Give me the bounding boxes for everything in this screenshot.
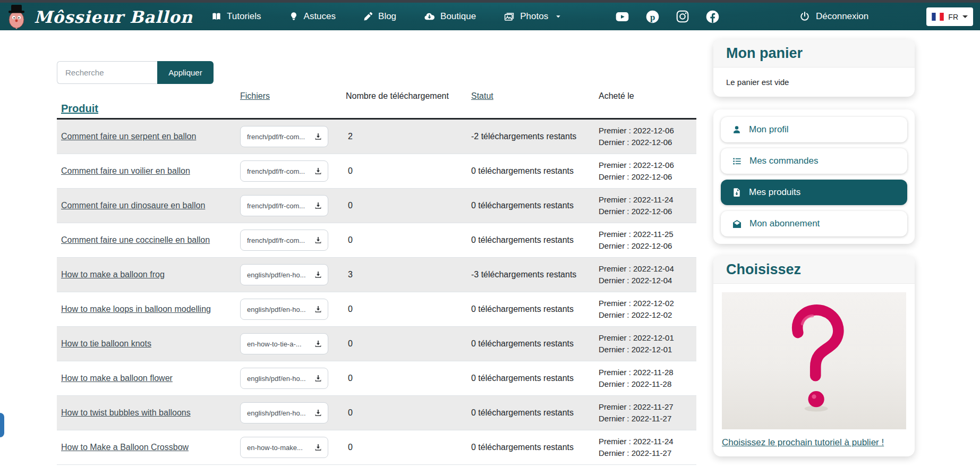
product-link[interactable]: Comment faire un serpent en ballon [61, 132, 196, 141]
file-select[interactable]: french/pdf/fr-com... [240, 195, 328, 216]
menu-item-mes-commandes[interactable]: Mes commandes [721, 148, 907, 174]
last-purchase-date: Dernier : 2022-12-02 [599, 309, 696, 321]
social-link-instagram[interactable] [676, 10, 689, 23]
envelope-icon [732, 219, 742, 229]
product-link[interactable]: How to make loops in balloon modelling [61, 304, 211, 314]
last-purchase-date: Dernier : 2022-12-06 [599, 240, 696, 252]
menu-item-mon-profil[interactable]: Mon profil [721, 117, 907, 142]
brand-name: Môssieur Ballon [34, 7, 193, 27]
file-select[interactable]: english/pdf/en-ho... [240, 402, 328, 423]
social-link-youtube[interactable] [615, 10, 629, 24]
product-link[interactable]: Comment faire une coccinelle en ballon [61, 235, 210, 244]
file-select[interactable]: french/pdf/fr-com... [240, 126, 328, 147]
table-row: How to make loops in balloon modelling e… [57, 292, 696, 327]
social-link-pinterest[interactable]: p [645, 10, 660, 24]
download-icon[interactable] [314, 167, 322, 175]
file-select[interactable]: english/pdf/en-ho... [240, 368, 328, 389]
download-icon[interactable] [314, 374, 322, 383]
first-purchase-date: Premier : 2022-12-01 [599, 332, 696, 344]
menu-item-mes-produits[interactable]: Mes produits [721, 180, 907, 205]
status-text: 0 téléchargements restants [471, 201, 599, 210]
question-balloon-image[interactable] [722, 292, 906, 429]
product-link[interactable]: Comment faire un dinosaure en ballon [61, 201, 205, 210]
language-selector[interactable]: FR [926, 7, 973, 26]
status-text: 0 téléchargements restants [471, 408, 599, 418]
download-count: 0 [346, 374, 471, 383]
file-select[interactable]: en-how-to-make... [240, 437, 328, 458]
nav-link-boutique[interactable]: Boutique [424, 11, 476, 22]
file-select[interactable]: french/pdf/fr-com... [240, 160, 328, 182]
status-text: 0 téléchargements restants [471, 443, 599, 452]
table-row: How to twist bubbles with balloons engli… [57, 396, 696, 430]
nav-link-blog[interactable]: Blog [363, 11, 396, 22]
file-select[interactable]: french/pdf/fr-com... [240, 230, 328, 251]
download-icon[interactable] [314, 443, 322, 452]
column-header-statut[interactable]: Statut [471, 89, 599, 101]
cart-empty-text: Le panier est vide [713, 67, 915, 97]
nav-link-tutoriels[interactable]: Tutoriels [211, 11, 261, 22]
french-flag-icon [932, 13, 944, 21]
cart-card: Mon panier Le panier est vide [713, 39, 915, 97]
choose-card: Choisissez Choisissez le prochain tutori… [713, 256, 915, 456]
column-header-produit[interactable]: Produit [57, 103, 240, 118]
purchase-dates: Premier : 2022-12-02 Dernier : 2022-12-0… [599, 298, 696, 321]
download-icon[interactable] [314, 409, 322, 417]
file-select[interactable]: en-how-to-tie-a-... [240, 333, 328, 354]
facebook-icon [705, 10, 720, 24]
table-header-row: Produit Fichiers Nombre de téléchargemen… [57, 89, 696, 118]
status-text: -3 téléchargements restants [471, 270, 599, 279]
product-link[interactable]: How to tie balloon knots [61, 339, 151, 348]
cloud-download-icon [424, 11, 435, 22]
table-row: How to tie balloon knots en-how-to-tie-a… [57, 327, 696, 361]
first-purchase-date: Premier : 2022-12-06 [599, 159, 696, 171]
download-count: 0 [346, 339, 471, 349]
nav-link-astuces[interactable]: Astuces [289, 11, 336, 22]
choose-next-tutorial-link[interactable]: Choisissez le prochain tutoriel à publie… [722, 437, 884, 448]
status-text: 0 téléchargements restants [471, 166, 599, 176]
menu-item-mon-abonnement[interactable]: Mon abonnement [721, 211, 907, 236]
product-link[interactable]: How to make a balloon frog [61, 270, 165, 279]
first-purchase-date: Premier : 2022-12-04 [599, 263, 696, 275]
apply-button[interactable]: Appliquer [157, 61, 214, 84]
sidebar: Mon panier Le panier est vide Mon profil… [713, 39, 915, 456]
brand-home-link[interactable]: Môssieur Ballon [5, 4, 193, 29]
last-purchase-date: Dernier : 2022-12-06 [599, 171, 696, 183]
purchase-dates: Premier : 2022-11-25 Dernier : 2022-12-0… [599, 228, 696, 252]
purchase-dates: Premier : 2022-12-04 Dernier : 2022-12-0… [599, 263, 696, 286]
download-icon[interactable] [314, 132, 322, 141]
column-header-fichiers[interactable]: Fichiers [240, 89, 346, 101]
floating-side-tab[interactable] [0, 413, 4, 437]
first-purchase-date: Premier : 2022-11-27 [599, 401, 696, 413]
first-purchase-date: Premier : 2022-11-25 [599, 228, 696, 240]
cart-title: Mon panier [726, 45, 902, 62]
file-select[interactable]: english/pdf/en-ho... [240, 264, 328, 285]
product-link[interactable]: How to twist bubbles with balloons [61, 408, 191, 417]
last-purchase-date: Dernier : 2022-12-04 [599, 275, 696, 286]
products-table: Produit Fichiers Nombre de téléchargemen… [57, 89, 696, 465]
language-code: FR [948, 13, 958, 21]
last-purchase-date: Dernier : 2022-12-06 [599, 137, 696, 148]
download-icon[interactable] [314, 236, 322, 244]
product-link[interactable]: How to Make a Balloon Crossbow [61, 443, 189, 452]
product-link[interactable]: How to make a balloon flower [61, 374, 173, 383]
purchase-dates: Premier : 2022-11-28 Dernier : 2022-11-2… [599, 367, 696, 390]
first-purchase-date: Premier : 2022-12-02 [599, 298, 696, 309]
download-icon[interactable] [314, 305, 322, 314]
logout-button[interactable]: Déconnexion [799, 3, 868, 30]
user-icon [732, 125, 742, 134]
nav-link-photos[interactable]: Photos [504, 11, 562, 22]
download-icon[interactable] [314, 340, 322, 348]
last-purchase-date: Dernier : 2022-11-27 [599, 447, 696, 459]
download-icon[interactable] [314, 201, 322, 210]
list-icon [732, 156, 742, 166]
purchase-dates: Premier : 2022-11-27 Dernier : 2022-11-2… [599, 401, 696, 425]
status-text: -2 téléchargements restants [471, 132, 599, 141]
pen-icon [363, 12, 373, 21]
table-row: How to Make a Balloon Crossbow en-how-to… [57, 430, 696, 465]
download-icon[interactable] [314, 270, 322, 279]
search-input[interactable] [57, 61, 157, 84]
social-link-facebook[interactable] [705, 10, 720, 24]
table-row: Comment faire un serpent en ballon frenc… [57, 120, 696, 154]
product-link[interactable]: Comment faire un voilier en ballon [61, 166, 190, 175]
file-select[interactable]: english/pdf/en-ho... [240, 299, 328, 320]
